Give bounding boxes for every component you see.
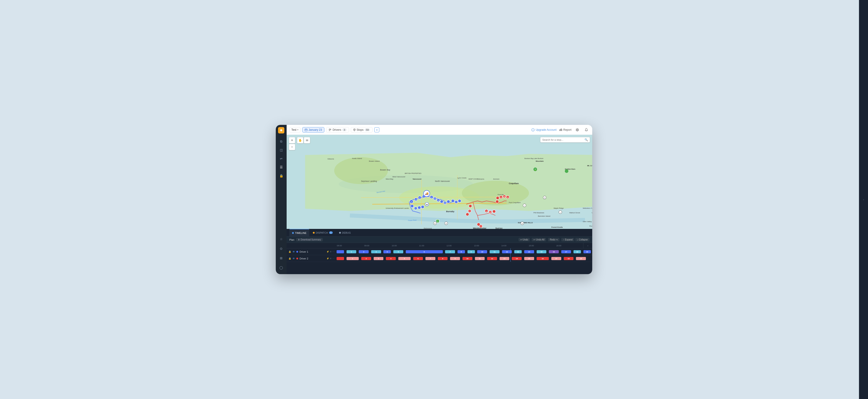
driver-action-icons: ⚡≡⋯	[327, 257, 335, 260]
timeline-segment[interactable]: 14	[524, 250, 534, 253]
date-badge[interactable]: January 23	[302, 127, 324, 133]
driver-lock-icon[interactable]: 🔒	[288, 257, 291, 260]
timeline-segment[interactable]: 17	[551, 257, 561, 260]
timeline-segment[interactable]: 19	[583, 250, 591, 253]
expand-button[interactable]: ↑ Expand	[561, 238, 575, 241]
timeline-segment[interactable]: 13	[514, 250, 522, 253]
select-tool-button[interactable]: ✉	[304, 137, 310, 143]
sidebar-item-layers[interactable]: ◫	[278, 146, 285, 153]
svg-text:Buntzen Bay Lake Buntzen: Buntzen Bay Lake Buntzen	[524, 158, 544, 160]
notifications-button[interactable]	[583, 127, 590, 133]
timeline-segment[interactable]: 15	[537, 250, 547, 253]
svg-text:🚚: 🚚	[425, 192, 429, 195]
timeline-segment[interactable]: 1	[346, 257, 359, 260]
driver-icon-3[interactable]: ⋯	[332, 250, 335, 253]
redo-button[interactable]: Redo ↪	[548, 238, 559, 241]
sidebar-item-grid[interactable]: ⊞	[278, 254, 285, 262]
sidebar-item-user[interactable]: ◯	[278, 264, 285, 271]
undo-all-button[interactable]: ↩ Undo All	[532, 238, 546, 241]
add-button[interactable]: +	[374, 127, 379, 132]
timeline-segment[interactable]: 16	[549, 250, 559, 253]
test-dropdown[interactable]: Test ▾	[289, 127, 301, 133]
drivers-label: Drivers	[333, 128, 341, 132]
svg-text:32: 32	[486, 210, 487, 212]
timeline-segment[interactable]: 9	[467, 250, 475, 253]
upgrade-account-button[interactable]: ↑ Upgrade Account	[531, 128, 557, 132]
timeline-segment[interactable]: 8	[458, 250, 465, 253]
sidebar-item-copy[interactable]: ⧉	[278, 138, 285, 145]
stops-filter[interactable]: Stops 59	[351, 127, 373, 133]
timeline-segment[interactable]: 18	[574, 250, 581, 253]
timeline-segment[interactable]: 11	[475, 257, 485, 260]
map-search-input[interactable]	[542, 138, 585, 141]
settings-button[interactable]	[574, 127, 581, 133]
timeline-segment[interactable]: 4	[383, 250, 391, 253]
timeline-segment[interactable]: 9	[450, 257, 460, 260]
timeline-segment[interactable]: 7	[426, 257, 435, 260]
chevron-down-icon: ▾	[297, 129, 298, 131]
timeline-segment[interactable]: 10	[463, 257, 472, 260]
undo-button[interactable]: ↩ Undo	[519, 238, 530, 241]
timeline-segment[interactable]: 6	[406, 250, 443, 253]
pan-tool-button[interactable]: ✋	[297, 137, 303, 143]
timeline-segment[interactable]: 2	[361, 257, 371, 260]
sidebar-item-routes[interactable]: ⇌	[278, 155, 285, 162]
sidebar-item-star[interactable]: ☆	[278, 235, 285, 243]
timeline-segment[interactable]: 13	[500, 257, 509, 260]
timeline-segment[interactable]: 3	[374, 257, 383, 260]
timeline-segment[interactable]	[337, 250, 344, 253]
tab-timeline[interactable]: TIMELINE	[289, 229, 309, 236]
svg-text:Bowen Bay: Bowen Bay	[380, 169, 391, 171]
sidebar-item-lock[interactable]: 🔒	[278, 172, 285, 179]
svg-text:SUNSHINE HILLS: SUNSHINE HILLS	[518, 222, 533, 224]
timeline-segment[interactable]: 5	[398, 257, 411, 260]
timeline-segment[interactable]: 16	[537, 257, 549, 260]
collapse-button[interactable]: ↓ Collapse	[575, 238, 590, 241]
driver-icon-1[interactable]: ⚡	[327, 250, 329, 253]
driver-icon-3[interactable]: ⋯	[332, 257, 335, 260]
timeline-segment[interactable]: 3	[371, 250, 381, 253]
zoom-in-button[interactable]: +	[289, 137, 295, 143]
timeline-segment[interactable]: 10	[477, 250, 487, 253]
timeline-segment[interactable]: 8	[438, 257, 448, 260]
driver-icon-2[interactable]: ≡	[330, 250, 331, 253]
scroll-right-indicator[interactable]: ›	[583, 243, 592, 248]
timeline-segment[interactable]: 1	[346, 250, 356, 253]
driver-lock-icon[interactable]: 🔒	[288, 250, 291, 253]
tab-dispatch[interactable]: DISPATCH 1	[310, 229, 336, 236]
timeline-segment[interactable]: 6	[413, 257, 423, 260]
driver-icon-2[interactable]: ≡	[330, 257, 331, 260]
driver-timeline-bar[interactable]: 12345678910111213141516171819	[336, 248, 592, 255]
app-logo[interactable]	[278, 127, 284, 134]
driver-visibility-toggle[interactable]: 👁	[292, 257, 295, 260]
time-label: 09:00	[364, 245, 391, 247]
timeline-segment[interactable]: 15	[524, 257, 534, 260]
driver-visibility-toggle[interactable]: 👁	[292, 250, 295, 253]
map-container[interactable]: 3	[287, 135, 592, 229]
download-summary-button[interactable]: ⬇ Download Summary	[296, 238, 323, 241]
tab-debug[interactable]: DEBUG	[336, 229, 353, 236]
timeline-segment[interactable]: 4	[386, 257, 396, 260]
timeline-segment[interactable]: 18	[564, 257, 574, 260]
report-button[interactable]: Report	[559, 128, 571, 132]
svg-text:Bowen Island: Bowen Island	[369, 160, 379, 162]
timeline-segment[interactable]: 11	[490, 250, 500, 253]
driver-timeline-bar[interactable]: 12345678910111213141516171819	[336, 255, 592, 262]
timeline-header: 08:0009:0010:0011:0012:0013:0014:0015:00…	[287, 243, 592, 248]
drivers-filter[interactable]: Drivers 3	[326, 127, 349, 133]
timeline-segment[interactable]: 17	[561, 250, 571, 253]
svg-text:Maple Ridge: Maple Ridge	[554, 207, 564, 209]
driver-icon-1[interactable]: ⚡	[327, 257, 329, 260]
timeline-segment[interactable]: 14	[512, 257, 522, 260]
sidebar-item-clock[interactable]: ⊙	[278, 245, 285, 252]
download-icon: ⬇	[298, 238, 300, 241]
timeline-segment[interactable]: 19	[576, 257, 586, 260]
timeline-segment[interactable]: 5	[393, 250, 403, 253]
timeline-segment[interactable]: 12	[487, 257, 497, 260]
svg-point-38	[410, 204, 414, 208]
sidebar-item-people[interactable]: ☰	[278, 164, 285, 171]
timeline-segment[interactable]: 2	[359, 250, 369, 253]
timeline-segment[interactable]	[337, 257, 344, 260]
timeline-segment[interactable]: 7	[445, 250, 455, 253]
zoom-out-button[interactable]: −	[289, 144, 295, 150]
